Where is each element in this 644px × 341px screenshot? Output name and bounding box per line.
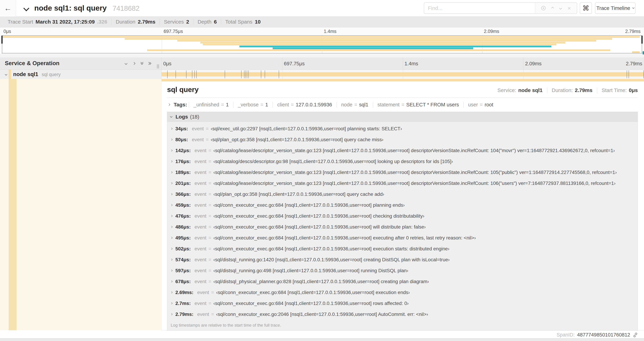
log-entry[interactable]: 459μs: event = ‹sql/conn_executor_exec.g…	[167, 200, 638, 210]
minimap-right-scrubber-handle[interactable]	[641, 36, 643, 44]
tag-equals: =	[480, 102, 483, 108]
log-entry[interactable]: 486μs: event = ‹sql/conn_executor_exec.g…	[167, 221, 638, 232]
log-marker[interactable]	[644, 70, 644, 78]
log-entry-chevron-icon[interactable]	[170, 193, 172, 195]
log-field-value: ‹sql/conn_executor_exec.go:684 [nsql1,cl…	[214, 213, 424, 219]
find-prev-icon[interactable]	[551, 7, 554, 10]
find-next-icon[interactable]	[559, 7, 562, 10]
collapse-all-button[interactable]	[149, 62, 151, 65]
log-entry[interactable]: 2.79ms: event = ‹sql/conn_executor_exec.…	[167, 309, 638, 320]
log-equals: =	[208, 213, 211, 219]
log-marker[interactable]	[247, 70, 247, 78]
log-entry-chevron-icon[interactable]	[170, 215, 172, 217]
log-marker[interactable]	[167, 70, 168, 78]
log-entry-chevron-icon[interactable]	[170, 138, 172, 141]
log-marker[interactable]	[244, 70, 244, 78]
locate-icon[interactable]	[541, 6, 546, 11]
log-entry-chevron-icon[interactable]	[170, 248, 172, 250]
log-entry-chevron-icon[interactable]	[170, 128, 172, 130]
keyboard-shortcuts-button[interactable]: ⌘	[580, 3, 592, 14]
link-icon[interactable]	[632, 332, 638, 338]
log-entry[interactable]: 201μs: event = ‹sql/catalog/lease/descri…	[167, 178, 638, 189]
log-entry-chevron-icon[interactable]	[170, 291, 172, 293]
log-marker[interactable]	[261, 70, 261, 78]
trace-summary-bar: Trace Start March 31 2022, 17:25:09.326 …	[0, 17, 644, 27]
log-entry-chevron-icon[interactable]	[170, 280, 172, 283]
logs-header[interactable]: Logs (18)	[167, 112, 638, 122]
span-color-accent	[9, 70, 11, 79]
log-marker[interactable]	[192, 70, 192, 78]
log-entry-chevron-icon[interactable]	[170, 237, 172, 239]
log-marker[interactable]	[186, 70, 186, 78]
log-marker[interactable]	[246, 70, 246, 78]
meta-service: Service: node sql1	[493, 87, 542, 93]
log-entry[interactable]: 189μs: event = ‹sql/catalog/lease/descri…	[167, 167, 638, 178]
log-entry-chevron-icon[interactable]	[170, 171, 172, 173]
log-entry-chevron-icon[interactable]	[170, 182, 172, 184]
log-entry[interactable]: 597μs: event = ‹sql/distsql_running.go:4…	[167, 265, 638, 276]
timeline-gridline	[523, 57, 524, 70]
log-entry[interactable]: 2.7ms: event = ‹sql/conn_executor_exec.g…	[167, 298, 638, 309]
logs-chevron-icon[interactable]	[170, 115, 172, 118]
tag-key: _unfinished	[194, 102, 219, 108]
minimap-span-bar	[240, 46, 552, 47]
log-marker[interactable]	[628, 70, 629, 78]
back-button[interactable]: ←	[0, 0, 16, 16]
log-marker[interactable]	[248, 70, 249, 78]
minimap-span-bar	[632, 51, 640, 53]
column-resize-grip[interactable]	[157, 64, 159, 69]
log-marker[interactable]	[196, 70, 197, 78]
minimap-canvas[interactable]	[2, 35, 642, 53]
timeline-column-header: Service & Operation 0μs 697.75μs	[0, 57, 644, 70]
log-entry[interactable]: 176μs: event = ‹sql/catalog/descs/descri…	[167, 156, 638, 167]
tag-key: statement	[378, 102, 400, 108]
log-entry[interactable]: 34μs: event = ‹sql/exec_util.go:2297 [ns…	[167, 123, 638, 134]
log-marker[interactable]	[225, 70, 225, 78]
log-marker[interactable]	[279, 70, 279, 78]
log-entry[interactable]: 678μs: event = ‹sql/distsql_physical_pla…	[167, 276, 638, 287]
log-entry-chevron-icon[interactable]	[170, 160, 172, 163]
span-row-name-cell[interactable]: node sql1sql query	[0, 70, 162, 79]
log-field-key: event	[197, 290, 209, 295]
trace-start-value: March 31 2022, 17:25:09	[36, 19, 95, 25]
log-entry[interactable]: 495μs: event = ‹sql/conn_executor_exec.g…	[167, 232, 638, 243]
trace-view-select[interactable]: Trace Timeline	[595, 3, 636, 14]
log-marker[interactable]	[241, 70, 242, 78]
log-entry[interactable]: 366μs: event = ‹sql/plan_opt.go:358 [nsq…	[167, 189, 638, 200]
meta-service-value: node sql1	[518, 87, 542, 93]
collapse-one-button[interactable]	[133, 62, 135, 65]
tag-item: _unfinished = 1	[189, 102, 233, 108]
log-entry[interactable]: 142μs: event = ‹sql/catalog/lease/descri…	[167, 145, 638, 156]
log-entry[interactable]: 502μs: event = ‹sql/conn_executor_exec.g…	[167, 243, 638, 254]
log-entry-chevron-icon[interactable]	[170, 149, 172, 152]
log-entry-chevron-icon[interactable]	[170, 302, 172, 304]
log-entry[interactable]: 476μs: event = ‹sql/conn_executor_exec.g…	[167, 210, 638, 221]
log-entry[interactable]: 80μs: event = ‹sql/plan_opt.go:358 [nsql…	[167, 134, 638, 145]
span-duration-bar[interactable]	[162, 72, 644, 76]
minimap-left-scrubber-handle[interactable]	[1, 36, 3, 44]
log-entry-chevron-icon[interactable]	[170, 204, 172, 206]
expand-all-button[interactable]	[141, 62, 143, 65]
log-entry-chevron-icon[interactable]	[170, 226, 172, 228]
log-entry-chevron-icon[interactable]	[170, 258, 172, 261]
log-entry-chevron-icon[interactable]	[170, 269, 172, 272]
span-row-timeline-cell[interactable]	[162, 70, 644, 79]
expand-one-button[interactable]	[125, 62, 127, 65]
log-marker[interactable]	[265, 70, 265, 78]
log-timestamp: 678μs:	[175, 279, 191, 284]
find-input[interactable]	[424, 3, 535, 14]
tags-row[interactable]: Tags: _unfinished = 1 _verbose = 1 clien…	[167, 102, 638, 108]
log-marker[interactable]	[194, 70, 195, 78]
log-entry-chevron-icon[interactable]	[170, 313, 172, 315]
tags-chevron-icon[interactable]	[168, 103, 170, 106]
log-entry[interactable]: 574μs: event = ‹sql/distsql_running.go:1…	[167, 254, 638, 265]
log-entry[interactable]: 2.69ms: event = ‹sql/conn_executor_exec.…	[167, 287, 638, 298]
clear-icon[interactable]: ×	[568, 5, 571, 11]
log-marker[interactable]	[176, 70, 176, 78]
trace-collapse-chevron-icon[interactable]	[23, 5, 29, 11]
span-collapse-chevron-icon[interactable]	[5, 73, 7, 76]
log-marker[interactable]	[627, 70, 627, 78]
meta-start-value: 0μs	[629, 87, 638, 93]
section-gap	[0, 54, 644, 57]
depth-label: Depth	[198, 19, 212, 25]
